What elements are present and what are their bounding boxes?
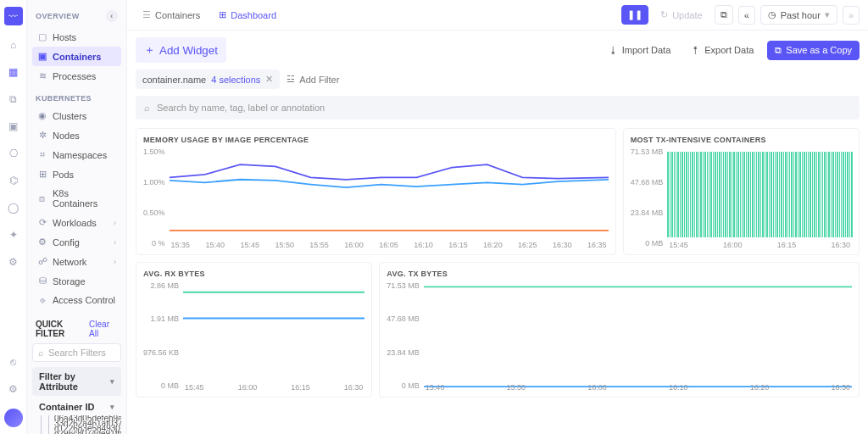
- access-control-icon: ⎆: [37, 295, 47, 305]
- rail-containers-icon[interactable]: ▦: [6, 64, 21, 80]
- copy-link-button[interactable]: ⧉: [715, 5, 733, 25]
- plus-icon: ＋: [144, 42, 155, 58]
- chart-avg-tx[interactable]: AVG. TX BYTES 71.53 MB47.68 MB23.84 MB0 …: [379, 262, 860, 398]
- user-avatar[interactable]: [4, 409, 23, 427]
- tab-dashboard-label: Dashboard: [231, 10, 276, 20]
- plot-area: 15:4516:0016:1516:30: [667, 147, 852, 248]
- rail-settings-icon[interactable]: ⚙: [6, 381, 21, 397]
- tab-dashboard[interactable]: ⊞Dashboard: [212, 6, 283, 24]
- storage-icon: ⛁: [37, 275, 47, 287]
- rail-icon-7[interactable]: ◯: [6, 200, 21, 215]
- x-axis: 15:4516:0016:1516:30: [183, 383, 364, 392]
- export-data-button[interactable]: ⭱Export Data: [684, 42, 760, 58]
- pause-button[interactable]: ❚❚: [621, 5, 648, 25]
- refresh-icon: ↻: [660, 9, 668, 20]
- save-as-copy-button[interactable]: ⧉Save as a Copy: [767, 41, 860, 60]
- sidebar-item-processes[interactable]: ≋Processes: [32, 66, 121, 86]
- time-forward-button[interactable]: »: [843, 6, 860, 25]
- chart-avg-rx[interactable]: AVG. RX BYTES 2.86 MB1.91 MB976.56 KB0 M…: [136, 262, 372, 398]
- processes-label: Processes: [53, 71, 96, 81]
- add-filter-button[interactable]: ☳Add Filter: [287, 74, 339, 85]
- checkbox[interactable]: [41, 431, 49, 434]
- storage-label: Storage: [53, 276, 86, 287]
- sidebar-item-nodes[interactable]: ✲Nodes: [32, 125, 121, 145]
- import-label: Import Data: [622, 45, 670, 55]
- chevron-right-icon: ›: [114, 258, 116, 266]
- sidebar-item-access-control[interactable]: ⎆Access Control: [32, 291, 121, 309]
- rail-icon-4[interactable]: ▣: [6, 119, 21, 134]
- x-axis: 15:4516:0016:1516:30: [667, 241, 852, 249]
- y-axis: 71.53 MB47.68 MB23.84 MB0 MB: [387, 281, 424, 390]
- import-data-button[interactable]: ⭳Import Data: [602, 42, 677, 58]
- rail-icon-9[interactable]: ⚙: [6, 254, 21, 270]
- chart-memory-usage[interactable]: MEMORY USAGE BY IMAGE PERCENTAGE 1.50%1.…: [136, 128, 616, 255]
- update-label: Update: [672, 10, 702, 20]
- filter-icon: ☳: [287, 74, 295, 85]
- sidebar-item-workloads[interactable]: ⟳Workloads›: [32, 213, 121, 232]
- sidebar-item-network[interactable]: ☍Network›: [32, 252, 121, 271]
- workloads-label: Workloads: [53, 218, 97, 228]
- filter-option[interactable]: d296c8074de91fb…: [32, 431, 121, 434]
- add-widget-button[interactable]: ＋Add Widget: [136, 37, 226, 63]
- collapse-sidebar-icon[interactable]: ‹: [106, 10, 118, 22]
- filter-chip[interactable]: container.name 4 selections ✕: [136, 70, 280, 89]
- k8s-containers-label: K8s Containers: [53, 188, 116, 209]
- sidebar-item-hosts[interactable]: ▢Hosts: [32, 27, 121, 47]
- namespaces-icon: ⌗: [37, 149, 47, 160]
- tab-containers[interactable]: ☰Containers: [136, 6, 207, 24]
- toolbar: ＋Add Widget ⭳Import Data ⭱Export Data ⧉S…: [127, 31, 868, 70]
- chart-tx-intensive[interactable]: MOST TX-INTENSIVE CONTAINERS 71.53 MB47.…: [623, 128, 860, 255]
- sidebar-item-namespaces[interactable]: ⌗Namespaces: [32, 145, 121, 164]
- sidebar-k8s-label: KUBERNETES: [32, 86, 121, 106]
- add-widget-label: Add Widget: [159, 44, 218, 57]
- rail-icon-3[interactable]: ⧉: [6, 92, 21, 107]
- sidebar-item-config[interactable]: ⚙Config›: [32, 232, 121, 252]
- k8s-containers-icon: ⧈: [37, 193, 47, 204]
- remove-chip-icon[interactable]: ✕: [265, 74, 273, 85]
- chart-title: MEMORY USAGE BY IMAGE PERCENTAGE: [143, 136, 609, 144]
- plot-area: 15:4516:0016:1516:30: [183, 281, 364, 390]
- update-button[interactable]: ↻Update: [654, 6, 709, 24]
- rail-home-icon[interactable]: ⌂: [6, 37, 21, 53]
- time-range-picker[interactable]: ◷Past hour▾: [760, 5, 837, 25]
- time-back-button[interactable]: «: [738, 6, 755, 25]
- icon-rail: 〰 ⌂ ▦ ⧉ ▣ ⎔ ⌬ ◯ ✦ ⚙ ⎋ ⚙: [0, 0, 27, 434]
- upload-icon: ⭱: [691, 45, 700, 55]
- hosts-label: Hosts: [53, 32, 76, 42]
- dashboard-icon: ⊞: [219, 9, 226, 20]
- namespaces-label: Namespaces: [53, 150, 107, 160]
- clusters-icon: ◉: [37, 110, 47, 121]
- workloads-icon: ⟳: [37, 217, 47, 228]
- filter-by-attribute-label: Filter by Attribute: [39, 371, 110, 392]
- sidebar-item-storage[interactable]: ⛁Storage: [32, 271, 121, 291]
- brand-logo[interactable]: 〰: [4, 7, 23, 25]
- sidebar-item-containers[interactable]: ▣Containers: [32, 47, 121, 66]
- sidebar-item-clusters[interactable]: ◉Clusters: [32, 106, 121, 125]
- sidebar-item-pods[interactable]: ⊞Pods: [32, 164, 121, 184]
- rail-icon-6[interactable]: ⌬: [6, 173, 21, 188]
- filter-by-attribute[interactable]: Filter by Attribute▾: [32, 367, 121, 396]
- sidebar-item-k8s-containers[interactable]: ⧈K8s Containers: [32, 184, 121, 213]
- main-search[interactable]: ⌕ Search by name, tag, label or annotati…: [136, 96, 860, 120]
- chevron-down-icon: ▾: [825, 9, 830, 20]
- x-axis: 15:3515:4015:4515:5015:5516:0016:0516:10…: [170, 241, 609, 249]
- download-icon: ⭳: [609, 45, 618, 55]
- chevron-right-icon: ›: [114, 238, 116, 247]
- clusters-label: Clusters: [53, 111, 86, 121]
- quick-filter-search[interactable]: ⌕Search Filters: [32, 343, 121, 362]
- filter-chip-key: container.name: [142, 75, 206, 85]
- add-filter-label: Add Filter: [299, 75, 339, 85]
- nodes-label: Nodes: [53, 131, 80, 141]
- clear-all-link[interactable]: Clear All: [89, 320, 118, 338]
- chart-title: AVG. TX BYTES: [387, 270, 852, 278]
- rail-icon-5[interactable]: ⎔: [6, 146, 21, 161]
- topbar: ☰Containers ⊞Dashboard ❚❚ ↻Update ⧉ « ◷P…: [127, 0, 868, 31]
- config-label: Config: [53, 237, 80, 248]
- nodes-icon: ✲: [37, 130, 47, 141]
- container-id-label: Container ID: [39, 402, 94, 412]
- rail-help-icon[interactable]: ⎋: [6, 354, 21, 370]
- y-axis: 1.50%1.00%0.50%0 %: [143, 147, 170, 248]
- rail-icon-8[interactable]: ✦: [6, 227, 21, 242]
- filter-group-container-id[interactable]: Container ID▾: [32, 396, 121, 415]
- network-label: Network: [53, 257, 86, 267]
